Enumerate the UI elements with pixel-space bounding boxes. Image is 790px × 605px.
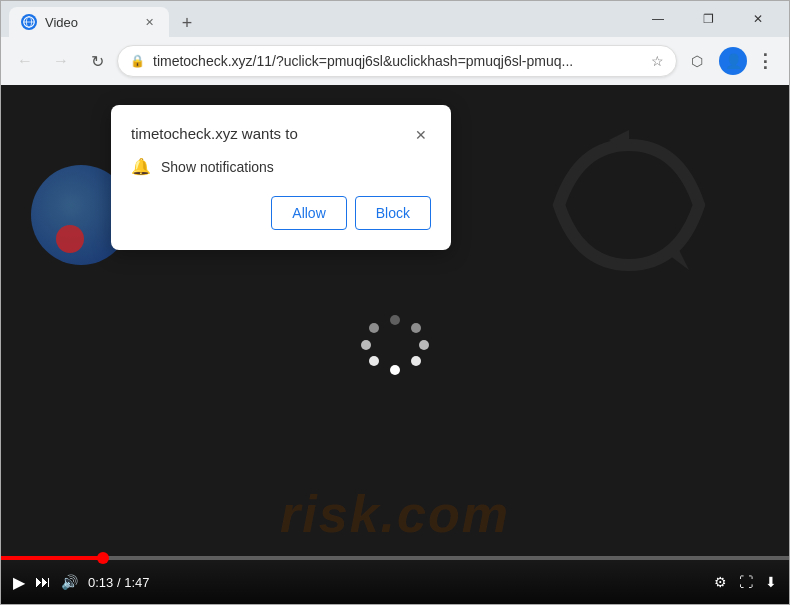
spinner-dot-7 — [361, 340, 371, 350]
volume-icon: 🔊 — [61, 574, 78, 590]
current-time: 0:13 — [88, 575, 113, 590]
back-button[interactable]: ← — [9, 45, 41, 77]
tab-favicon — [21, 14, 37, 30]
minimize-button[interactable]: — — [635, 5, 681, 33]
close-button[interactable]: ✕ — [735, 5, 781, 33]
toolbar-actions: ⬡ 👤 ⋮ — [681, 45, 781, 77]
browser-window: Video ✕ + — ❐ ✕ ← → ↻ 🔒 timetocheck.xyz/… — [0, 0, 790, 605]
tab-title: Video — [45, 15, 133, 30]
settings-button[interactable]: ⚙ — [714, 574, 727, 590]
lock-icon: 🔒 — [130, 54, 145, 68]
bookmark-star-icon[interactable]: ☆ — [651, 53, 664, 69]
skip-next-button[interactable]: ⏭ — [35, 573, 51, 591]
spinner-dot-6 — [369, 356, 379, 366]
allow-button[interactable]: Allow — [271, 196, 346, 230]
spinner-dot-8 — [369, 323, 379, 333]
play-button[interactable]: ▶ — [13, 573, 25, 592]
dialog-title: timetocheck.xyz wants to — [131, 125, 298, 142]
bell-icon: 🔔 — [131, 157, 151, 176]
permission-text: Show notifications — [161, 159, 274, 175]
address-bar: ← → ↻ 🔒 timetocheck.xyz/11/?uclick=pmuqj… — [1, 37, 789, 85]
url-text: timetocheck.xyz/11/?uclick=pmuqj6sl&ucli… — [153, 53, 639, 69]
skip-next-icon: ⏭ — [35, 573, 51, 591]
fullscreen-button[interactable]: ⛶ — [739, 574, 753, 590]
spinner-dot-5 — [390, 365, 400, 375]
permission-dialog: timetocheck.xyz wants to ✕ 🔔 Show notifi… — [111, 105, 451, 250]
download-button[interactable]: ⬇ — [765, 574, 777, 590]
profile-icon: 👤 — [725, 53, 742, 69]
dialog-header: timetocheck.xyz wants to ✕ — [131, 125, 431, 145]
spinner-dot-2 — [411, 323, 421, 333]
spinner-dot-1 — [390, 315, 400, 325]
spinner-dots — [365, 315, 425, 375]
maximize-button[interactable]: ❐ — [685, 5, 731, 33]
forward-button[interactable]: → — [45, 45, 77, 77]
refresh-button[interactable]: ↻ — [81, 45, 113, 77]
progress-thumb — [97, 552, 109, 564]
active-tab[interactable]: Video ✕ — [9, 7, 169, 37]
forward-icon: → — [53, 52, 69, 70]
time-display: 0:13 / 1:47 — [88, 575, 149, 590]
omnibox[interactable]: 🔒 timetocheck.xyz/11/?uclick=pmuqj6sl&uc… — [117, 45, 677, 77]
menu-icon: ⋮ — [756, 50, 774, 72]
download-icon: ⬇ — [765, 574, 777, 590]
profile-button[interactable]: 👤 — [719, 47, 747, 75]
extensions-button[interactable]: ⬡ — [681, 45, 713, 77]
spinner-dot-3 — [419, 340, 429, 350]
progress-fill — [1, 556, 103, 560]
dialog-actions: Allow Block — [131, 196, 431, 230]
new-tab-button[interactable]: + — [173, 9, 201, 37]
video-controls: ▶ ⏭ 🔊 0:13 / 1:47 ⚙ ⛶ — [1, 556, 789, 604]
total-time: 1:47 — [124, 575, 149, 590]
video-container: risk.com — [1, 85, 789, 604]
arrows-watermark — [549, 125, 709, 289]
volume-button[interactable]: 🔊 — [61, 574, 78, 590]
settings-icon: ⚙ — [714, 574, 727, 590]
tab-close-button[interactable]: ✕ — [141, 14, 157, 30]
tab-area: Video ✕ + — [9, 1, 631, 37]
fullscreen-icon: ⛶ — [739, 574, 753, 590]
extensions-icon: ⬡ — [691, 53, 703, 69]
red-dot-decoration — [56, 225, 84, 253]
title-bar: Video ✕ + — ❐ ✕ — [1, 1, 789, 37]
back-icon: ← — [17, 52, 33, 70]
refresh-icon: ↻ — [91, 52, 104, 71]
dialog-close-button[interactable]: ✕ — [411, 125, 431, 145]
watermark-text: risk.com — [1, 484, 789, 544]
block-button[interactable]: Block — [355, 196, 431, 230]
progress-bar[interactable] — [1, 556, 789, 560]
dialog-permission-row: 🔔 Show notifications — [131, 157, 431, 176]
window-controls: — ❐ ✕ — [635, 5, 781, 33]
loading-spinner — [365, 315, 425, 375]
right-controls: ⚙ ⛶ ⬇ — [714, 570, 777, 590]
spinner-dot-4 — [411, 356, 421, 366]
menu-button[interactable]: ⋮ — [749, 45, 781, 77]
play-icon: ▶ — [13, 573, 25, 592]
